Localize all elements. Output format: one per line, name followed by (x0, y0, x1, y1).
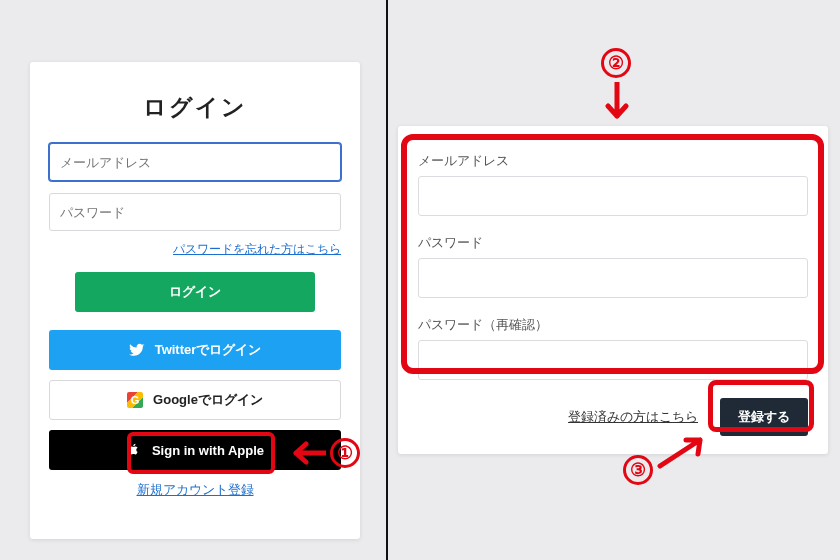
signup-password-confirm-input[interactable] (418, 340, 808, 380)
google-icon (127, 392, 143, 408)
callout-3: ③ (623, 455, 653, 485)
apple-icon (126, 442, 142, 458)
login-card: ログイン パスワードを忘れた方はこちら ログイン Twitterでログイン Go… (30, 62, 360, 539)
register-button[interactable]: 登録する (720, 398, 808, 436)
signup-card: メールアドレス パスワード パスワード（再確認） 登録済みの方はこちら 登録する (398, 126, 828, 454)
google-button-label: Googleでログイン (153, 391, 263, 409)
already-registered-link[interactable]: 登録済みの方はこちら (568, 408, 698, 426)
signup-password-input[interactable] (418, 258, 808, 298)
new-account-link[interactable]: 新規アカウント登録 (137, 482, 254, 499)
apple-button-label: Sign in with Apple (152, 443, 264, 458)
twitter-icon (129, 342, 145, 358)
email-label: メールアドレス (418, 152, 808, 170)
callout-1: ① (330, 438, 360, 468)
password-input[interactable] (49, 193, 341, 231)
arrow-down-icon (604, 82, 630, 128)
password-label: パスワード (418, 234, 808, 252)
twitter-login-button[interactable]: Twitterでログイン (49, 330, 341, 370)
signup-email-input[interactable] (418, 176, 808, 216)
login-button-label: ログイン (169, 283, 221, 301)
login-button[interactable]: ログイン (75, 272, 314, 312)
password-confirm-label: パスワード（再確認） (418, 316, 808, 334)
twitter-button-label: Twitterでログイン (155, 341, 262, 359)
register-button-label: 登録する (738, 409, 790, 424)
callout-2: ② (601, 48, 631, 78)
apple-login-button[interactable]: Sign in with Apple (49, 430, 341, 470)
forgot-password-link[interactable]: パスワードを忘れた方はこちら (49, 241, 341, 258)
login-title: ログイン (49, 92, 341, 123)
google-login-button[interactable]: Googleでログイン (49, 380, 341, 420)
email-input[interactable] (49, 143, 341, 181)
